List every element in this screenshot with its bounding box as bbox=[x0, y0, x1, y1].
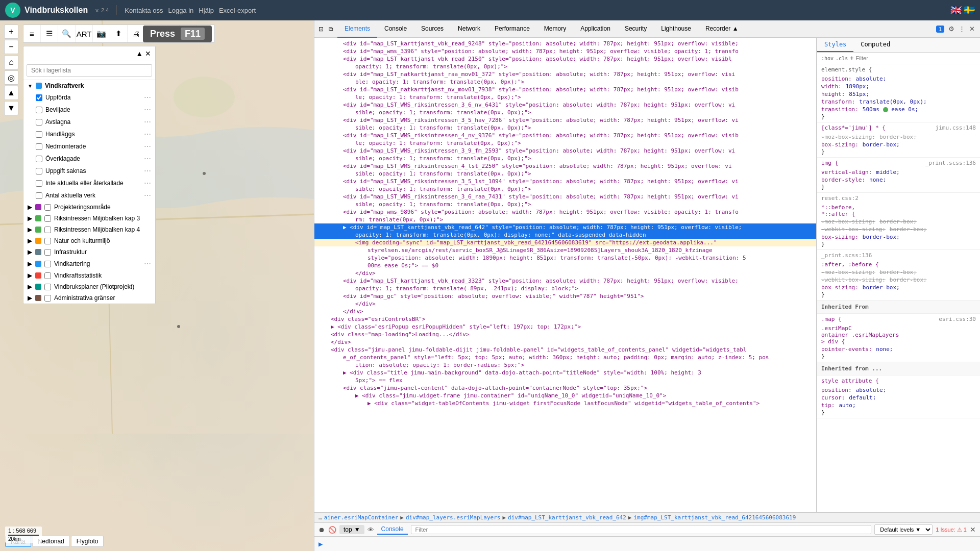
elem-line-26[interactable]: <img decoding="sync" id="map_LST_karttja… bbox=[314, 239, 816, 246]
elem-line-8[interactable]: <div id="map_LST_WMS_riksintressen_3_6_n… bbox=[314, 101, 816, 109]
nav-contact[interactable]: Kontakta oss bbox=[125, 7, 163, 14]
item-check-1[interactable] bbox=[44, 204, 51, 211]
elem-line-43[interactable]: ▶ <div class="title jimu-main-background… bbox=[314, 369, 816, 377]
elem-line-23[interactable]: rm: translate(0px, 0px);"> bbox=[314, 216, 816, 223]
layer-item-1[interactable]: ▶ Projekteringsområde bbox=[23, 202, 155, 213]
console-record-icon[interactable]: ⏺ bbox=[318, 526, 325, 534]
console-input-area[interactable] bbox=[325, 539, 976, 549]
layer-child-0-7[interactable]: Inte aktuella eller återkallade ⋯ bbox=[23, 177, 155, 189]
elem-line-5[interactable]: ble; opacity: 1; transform: translate(0p… bbox=[314, 78, 816, 86]
elem-line-22[interactable]: <div id="map_wms_9896" style="position: … bbox=[314, 208, 816, 216]
layer-group-0[interactable]: ▼ Vindkraftverk bbox=[23, 80, 155, 91]
layer-more-0-8[interactable]: ⋯ bbox=[144, 191, 151, 199]
zoom-out-button[interactable]: − bbox=[4, 40, 18, 54]
zoom-in-button[interactable]: + bbox=[4, 24, 18, 39]
elem-line-21[interactable]: sible; opacity: 1; transform: translate(… bbox=[314, 201, 816, 208]
elem-line-12[interactable]: <div id="map_LST_WMS_riksintressen_4_nv_… bbox=[314, 132, 816, 139]
layer-child-0-8[interactable]: Antal aktuella verk ⋯ bbox=[23, 189, 155, 202]
layer-item-2[interactable]: ▶ Riksintressen Miljöbalken kap 3 bbox=[23, 213, 155, 224]
elem-line-47[interactable]: ▶ <div class="widget-tableOfContents jim… bbox=[314, 399, 816, 407]
layer-more-0-0[interactable]: ⋯ bbox=[144, 93, 151, 102]
elem-line-18[interactable]: <div id="map_LST_WMS_riksintressen_3_5_l… bbox=[314, 178, 816, 185]
nav-help[interactable]: Hjälp bbox=[199, 7, 214, 14]
item-check-8[interactable] bbox=[44, 284, 51, 290]
breadcrumb-img[interactable]: img#map_LST_karttjanst_vbk_read_64216456… bbox=[633, 514, 796, 521]
print-toolbar-button[interactable]: 🖨 bbox=[128, 25, 145, 42]
search-toolbar-button[interactable]: 🔍 bbox=[58, 25, 76, 42]
breadcrumb-layers[interactable]: div#map_layers.esriMapLayers bbox=[406, 514, 500, 521]
elem-line-19[interactable]: sible; opacity: 1; transform: translate(… bbox=[314, 185, 816, 193]
pan-up-button[interactable]: ▲ bbox=[4, 86, 18, 100]
tab-elements[interactable]: Elements bbox=[337, 20, 377, 38]
layer-item-5[interactable]: ▶ Infrastruktur bbox=[23, 246, 155, 258]
elem-line-0[interactable]: <div id="map_LST_karttjanst_vbk_read_924… bbox=[314, 40, 816, 47]
elem-line-38[interactable]: <div class="map-loading">Loading...</div… bbox=[314, 331, 816, 338]
elem-line-2[interactable]: <div id="map_LST_karttjanst_vbk_read_215… bbox=[314, 55, 816, 63]
tab-application[interactable]: Application bbox=[573, 20, 618, 38]
style-filter-input[interactable] bbox=[855, 55, 976, 61]
elem-line-17[interactable]: sible; opacity: 1; transform: translate(… bbox=[314, 170, 816, 178]
elem-line-27[interactable]: styrelsen.se/arcgis/rest/servic_boxSR_J@… bbox=[314, 246, 816, 254]
elem-line-33[interactable]: <div id="map_gc" style="position: absolu… bbox=[314, 292, 816, 300]
tab-sources[interactable]: Sources bbox=[414, 20, 451, 38]
elem-line-25[interactable]: opacity: 1; transform: translate(0px, 0p… bbox=[314, 231, 816, 239]
tab-lighthouse[interactable]: Lighthouse bbox=[654, 20, 698, 38]
console-context-selector[interactable]: top ▼ bbox=[339, 525, 364, 534]
elem-line-36[interactable]: <div class="esriControlsBR"> bbox=[314, 315, 816, 323]
elem-line-31[interactable]: <div id="map_LST_karttjanst_vbk_read_332… bbox=[314, 277, 816, 285]
layer-check-0-3[interactable] bbox=[36, 131, 42, 138]
layer-more-0-1[interactable]: ⋯ bbox=[144, 106, 151, 114]
elem-line-44[interactable]: 5px;"> == flex bbox=[314, 377, 816, 384]
layer-child-0-2[interactable]: Avslagna ⋯ bbox=[23, 116, 155, 128]
tab-performance[interactable]: Performance bbox=[487, 20, 537, 38]
layer-search-input[interactable] bbox=[27, 64, 152, 77]
layer-more-0-6[interactable]: ⋯ bbox=[144, 167, 151, 175]
elem-line-10[interactable]: <div id="map_LST_WMS_riksintressen_3_5_h… bbox=[314, 116, 816, 124]
elem-line-32[interactable]: opacity: 1; transform: translate(-89px, … bbox=[314, 285, 816, 292]
elem-line-41[interactable]: e_of_contents_panel" style="left: 5px; t… bbox=[314, 354, 816, 361]
console-level-select[interactable]: Default levels ▼ bbox=[874, 524, 933, 535]
layer-child-0-3[interactable]: Handläggs ⋯ bbox=[23, 128, 155, 140]
layer-item-4[interactable]: ▶ Natur och kulturmiljö bbox=[23, 235, 155, 246]
layer-more-0-4[interactable]: ⋯ bbox=[144, 142, 151, 151]
layer-check-0-4[interactable] bbox=[36, 143, 42, 150]
nav-login[interactable]: Logga in bbox=[168, 7, 193, 14]
layer-child-0-5[interactable]: Överklagade ⋯ bbox=[23, 153, 155, 165]
tab-recorder[interactable]: Recorder ▲ bbox=[698, 20, 746, 38]
elem-line-29[interactable]: 00ms ease 0s;"> == $0 bbox=[314, 262, 816, 269]
layer-check-0-1[interactable] bbox=[36, 107, 42, 113]
tab-security[interactable]: Security bbox=[618, 20, 654, 38]
layer-check-0-7[interactable] bbox=[36, 180, 42, 187]
elem-line-37[interactable]: ▶ <div class="esriPopup esriPopupHidden"… bbox=[314, 323, 816, 331]
layer-item-3[interactable]: ▶ Riksintressen Miljöbalken kap 4 bbox=[23, 224, 155, 235]
press-f11-button[interactable]: Press F11 bbox=[143, 26, 212, 42]
elem-line-30[interactable]: </div> bbox=[314, 269, 816, 277]
console-eye-icon[interactable]: 👁 bbox=[368, 526, 374, 534]
elem-line-39[interactable]: </div> bbox=[314, 338, 816, 346]
flag-uk[interactable]: 🇬🇧 bbox=[950, 5, 962, 16]
layer-child-0-0[interactable]: Uppförda ⋯ bbox=[23, 91, 155, 104]
pan-down-button[interactable]: ▼ bbox=[4, 101, 18, 115]
layer-more-0-2[interactable]: ⋯ bbox=[144, 118, 151, 126]
elem-line-9[interactable]: sible; opacity: 1; transform: translate(… bbox=[314, 109, 816, 116]
elements-panel[interactable]: <div id="map_LST_karttjanst_vbk_read_924… bbox=[314, 38, 817, 512]
close-panel-button[interactable]: ✕ bbox=[144, 48, 152, 59]
item-check-2[interactable] bbox=[44, 215, 51, 222]
elem-line-16[interactable]: <div id="map_LST_WMS_riksintressen_4_lst… bbox=[314, 162, 816, 170]
photo-toolbar-button[interactable]: 📷 bbox=[93, 25, 110, 42]
elem-line-7[interactable]: le; opacity: 1; transform: translate(0px… bbox=[314, 93, 816, 101]
styles-tab-styles[interactable]: Styles bbox=[817, 38, 853, 52]
nav-excel[interactable]: Excel-export bbox=[219, 7, 256, 14]
layer-child-0-1[interactable]: Beviljade ⋯ bbox=[23, 104, 155, 116]
art-toolbar-button[interactable]: ART bbox=[76, 25, 93, 42]
console-filter-input[interactable] bbox=[411, 525, 872, 534]
item-check-5[interactable] bbox=[44, 249, 51, 256]
elem-line-13[interactable]: le; opacity: 1; transform: translate(0px… bbox=[314, 139, 816, 147]
collapse-panel-button[interactable]: ▲ bbox=[135, 48, 144, 59]
map-tab-flygfoto[interactable]: Flygfoto bbox=[71, 536, 104, 547]
styles-tab-computed[interactable]: Computed bbox=[853, 38, 897, 52]
layers-toolbar-button[interactable]: ≡ bbox=[23, 25, 41, 42]
elem-line-20[interactable]: <div id="map_LST_WMS_riksintressen_3_6_r… bbox=[314, 193, 816, 201]
elem-line-11[interactable]: sible; opacity: 1; transform: translate(… bbox=[314, 124, 816, 132]
elem-line-34[interactable]: </div> bbox=[314, 300, 816, 308]
